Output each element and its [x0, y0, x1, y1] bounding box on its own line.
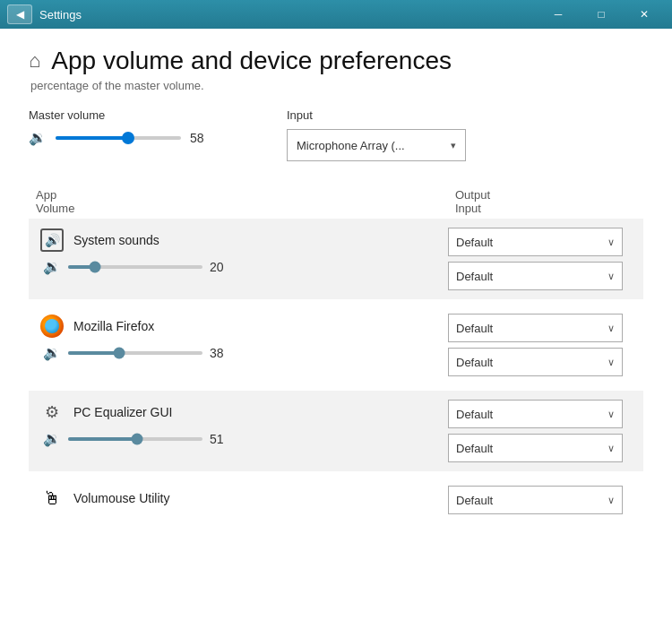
system-sounds-vol-row: 🔉 20: [39, 258, 448, 275]
master-volume-fill: [56, 136, 128, 140]
firefox-input-value: Default: [456, 356, 493, 369]
equalizer-name-row: ⚙ PC Equalizer GUI: [39, 400, 448, 425]
firefox-icon: [39, 314, 65, 339]
system-sounds-vol-value: 20: [210, 260, 235, 274]
content-area: ⌂ App volume and device preferences perc…: [0, 29, 672, 548]
titlebar: ◀ Settings ─ □ ✕: [0, 0, 672, 29]
titlebar-title: Settings: [39, 8, 82, 22]
equalizer-track[interactable]: [68, 437, 202, 441]
input-device-value: Microphone Array (...: [297, 139, 405, 152]
system-sounds-name: System sounds: [73, 233, 159, 247]
master-volume-track[interactable]: [56, 136, 181, 140]
ff-output-arrow: ∨: [607, 323, 615, 334]
volumouse-output-value: Default: [456, 494, 493, 507]
sys-output-arrow: ∨: [607, 237, 615, 248]
volumouse-name: Volumouse Utility: [73, 491, 169, 505]
equalizer-output-dropdown[interactable]: Default ∨: [448, 400, 623, 428]
ff-input-arrow: ∨: [607, 357, 615, 368]
window-controls: ─ □ ✕: [538, 0, 665, 29]
equalizer-input-dropdown[interactable]: Default ∨: [448, 434, 623, 462]
app-list-header: AppVolume OutputInput: [29, 188, 643, 215]
system-sounds-controls: Default ∨ Default ∨: [448, 228, 636, 290]
master-volume-label: Master volume: [29, 108, 215, 122]
input-device-label: Input: [287, 108, 466, 122]
system-sounds-output-value: Default: [456, 236, 493, 249]
app-row-firefox: Mozilla Firefox 🔉 38 Default ∨ Default ∨: [29, 305, 643, 385]
back-button[interactable]: ◀: [7, 4, 32, 24]
equalizer-output-value: Default: [456, 408, 493, 421]
vm-output-arrow: ∨: [607, 495, 615, 506]
col-output-header: OutputInput: [455, 188, 643, 215]
firefox-vol-value: 38: [210, 346, 235, 360]
firefox-thumb[interactable]: [114, 347, 125, 358]
system-sounds-name-row: 🔊 System sounds: [39, 228, 448, 253]
col-app-header: AppVolume: [29, 188, 455, 215]
equalizer-vol-icon: 🔉: [43, 430, 61, 447]
input-dropdown-arrow: ▾: [451, 140, 456, 151]
home-icon: ⌂: [29, 49, 40, 73]
system-sounds-input-dropdown[interactable]: Default ∨: [448, 262, 623, 290]
system-sounds-vol-icon: 🔉: [43, 258, 61, 275]
input-device-dropdown[interactable]: Microphone Array (... ▾: [287, 129, 466, 161]
maximize-button[interactable]: □: [581, 0, 622, 29]
back-icon: ◀: [16, 8, 24, 21]
firefox-output-dropdown[interactable]: Default ∨: [448, 314, 623, 342]
eq-input-arrow: ∨: [607, 443, 615, 454]
minimize-button[interactable]: ─: [538, 0, 579, 29]
equalizer-icon: ⚙: [39, 400, 65, 425]
firefox-name: Mozilla Firefox: [73, 319, 154, 333]
volumouse-info: 🖱 Volumouse Utility: [39, 486, 448, 516]
page-title: App volume and device preferences: [51, 47, 452, 75]
system-sounds-speaker-icon: 🔊: [40, 228, 64, 252]
firefox-controls: Default ∨ Default ∨: [448, 314, 636, 376]
firefox-name-row: Mozilla Firefox: [39, 314, 448, 339]
firefox-info: Mozilla Firefox 🔉 38: [39, 314, 448, 361]
firefox-vol-icon: 🔉: [43, 344, 61, 361]
equalizer-vol-value: 51: [210, 432, 235, 446]
input-device-section: Input Microphone Array (... ▾: [287, 108, 466, 161]
system-sounds-thumb[interactable]: [90, 261, 101, 272]
system-sounds-output-dropdown[interactable]: Default ∨: [448, 228, 623, 256]
top-controls: Master volume 🔉 58 Input Microphone Arra…: [29, 108, 643, 161]
firefox-fill: [68, 351, 119, 355]
equalizer-fill: [68, 437, 137, 441]
firefox-input-dropdown[interactable]: Default ∨: [448, 348, 623, 376]
master-volume-value: 58: [190, 131, 215, 145]
equalizer-vol-row: 🔉 51: [39, 430, 448, 447]
equalizer-sliders-icon: ⚙: [45, 402, 59, 422]
master-volume-row: 🔉 58: [29, 129, 215, 146]
firefox-track[interactable]: [68, 351, 202, 355]
system-sounds-info: 🔊 System sounds 🔉 20: [39, 228, 448, 275]
firefox-vol-row: 🔉 38: [39, 344, 448, 361]
equalizer-controls: Default ∨ Default ∨: [448, 400, 636, 462]
system-sounds-track[interactable]: [68, 265, 202, 269]
equalizer-name: PC Equalizer GUI: [73, 405, 172, 419]
eq-output-arrow: ∨: [607, 409, 615, 420]
sys-input-arrow: ∨: [607, 271, 615, 282]
page-title-row: ⌂ App volume and device preferences: [29, 47, 643, 75]
close-button[interactable]: ✕: [624, 0, 665, 29]
app-row-volumouse: 🖱 Volumouse Utility Default ∨: [29, 477, 643, 525]
firefox-output-value: Default: [456, 322, 493, 335]
system-sounds-icon: 🔊: [39, 228, 65, 253]
equalizer-info: ⚙ PC Equalizer GUI 🔉 51: [39, 400, 448, 447]
equalizer-input-value: Default: [456, 442, 493, 455]
volumouse-icon: 🖱: [39, 486, 65, 511]
equalizer-thumb[interactable]: [131, 433, 142, 444]
app-row-system-sounds: 🔊 System sounds 🔉 20 Default ∨ Default ∨: [29, 219, 643, 299]
page-subtitle: percentage of the master volume.: [30, 79, 643, 92]
volumouse-output-dropdown[interactable]: Default ∨: [448, 486, 623, 514]
master-volume-icon: 🔉: [29, 129, 47, 146]
app-row-equalizer: ⚙ PC Equalizer GUI 🔉 51 Default ∨ Defaul…: [29, 391, 643, 471]
volumouse-name-row: 🖱 Volumouse Utility: [39, 486, 448, 511]
master-volume-section: Master volume 🔉 58: [29, 108, 215, 146]
firefox-logo-icon: [40, 314, 64, 338]
volumouse-logo-icon: 🖱: [43, 488, 61, 509]
volumouse-controls: Default ∨: [448, 486, 636, 514]
master-volume-thumb[interactable]: [122, 132, 134, 144]
system-sounds-input-value: Default: [456, 270, 493, 283]
